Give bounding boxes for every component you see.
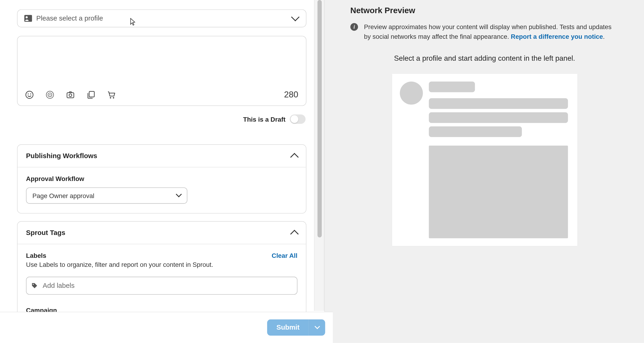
- svg-point-0: [26, 91, 33, 98]
- svg-point-5: [49, 94, 50, 95]
- preview-info-text: Preview approximates how your content wi…: [364, 22, 619, 41]
- skeleton-line: [428, 98, 568, 109]
- profile-selector[interactable]: Please select a profile: [17, 10, 306, 28]
- skeleton-avatar: [400, 82, 423, 105]
- publishing-workflows-title: Publishing Workflows: [26, 152, 97, 160]
- skeleton-media: [428, 146, 568, 238]
- svg-point-11: [33, 284, 34, 285]
- svg-point-9: [110, 97, 111, 98]
- svg-point-2: [30, 93, 31, 94]
- carousel-icon[interactable]: [87, 90, 95, 99]
- skeleton-line: [428, 82, 475, 92]
- approval-workflow-label: Approval Workflow: [26, 175, 298, 182]
- chevron-down-icon: [314, 324, 320, 329]
- preview-prompt-text: Select a profile and start adding conten…: [350, 54, 619, 63]
- publishing-workflows-header[interactable]: Publishing Workflows: [18, 145, 306, 167]
- labels-input[interactable]: Add labels: [26, 277, 298, 295]
- chevron-up-icon: [290, 153, 299, 161]
- vertical-scrollbar-track[interactable]: [314, 0, 324, 311]
- draft-toggle[interactable]: [290, 115, 306, 124]
- submit-button[interactable]: Submit: [267, 319, 309, 335]
- approval-workflow-value: Page Owner approval: [32, 192, 94, 199]
- chevron-up-icon: [290, 230, 299, 238]
- report-difference-link[interactable]: Report a difference you notice: [511, 33, 603, 40]
- character-count: 280: [284, 90, 298, 100]
- approval-workflow-select[interactable]: Page Owner approval: [26, 187, 187, 204]
- svg-rect-6: [67, 93, 74, 98]
- sprout-tags-title: Sprout Tags: [26, 229, 65, 237]
- emoji-icon[interactable]: [25, 90, 34, 99]
- tag-icon: [32, 283, 38, 289]
- draft-toggle-label: This is a Draft: [243, 115, 286, 123]
- chevron-down-icon: [291, 13, 300, 22]
- camera-icon[interactable]: [66, 90, 75, 99]
- labels-title: Labels: [26, 252, 46, 259]
- labels-input-placeholder: Add labels: [43, 282, 74, 289]
- compose-textarea[interactable]: 280: [17, 36, 306, 106]
- svg-point-1: [28, 93, 28, 94]
- chevron-down-icon: [176, 191, 182, 197]
- clear-all-link[interactable]: Clear All: [272, 252, 298, 259]
- vertical-scrollbar-thumb[interactable]: [318, 0, 322, 237]
- preview-skeleton-card: [392, 74, 577, 246]
- svg-point-10: [113, 97, 114, 98]
- info-icon: i: [350, 23, 358, 31]
- mouse-cursor-icon: [130, 18, 136, 27]
- sprout-tags-header[interactable]: Sprout Tags: [18, 222, 306, 244]
- skeleton-line: [428, 112, 568, 123]
- target-icon[interactable]: [46, 90, 54, 99]
- skeleton-line: [428, 127, 522, 137]
- svg-point-7: [69, 94, 72, 97]
- cart-icon[interactable]: [107, 90, 116, 99]
- network-preview-title: Network Preview: [350, 6, 619, 16]
- submit-dropdown-button[interactable]: [309, 319, 325, 335]
- profile-selector-placeholder: Please select a profile: [36, 15, 103, 22]
- labels-description: Use Labels to organize, filter and repor…: [26, 261, 298, 268]
- svg-rect-8: [89, 91, 94, 97]
- profile-badge-icon: [24, 15, 32, 22]
